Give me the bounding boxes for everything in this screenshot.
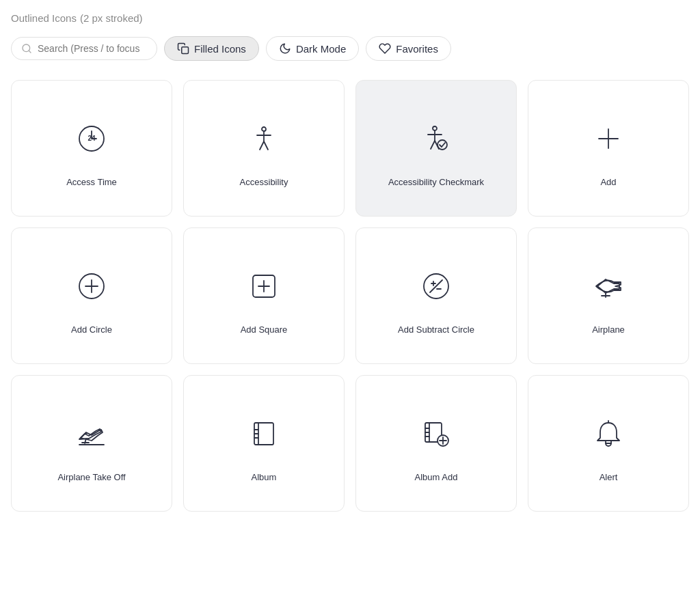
add-square-icon bbox=[242, 264, 286, 308]
alert-icon bbox=[587, 412, 630, 456]
add-subtract-circle-label: Add Subtract Circle bbox=[398, 324, 474, 335]
access-time-label: Access Time bbox=[66, 177, 117, 187]
airplane-take-off-icon bbox=[70, 412, 113, 456]
search-input[interactable] bbox=[38, 43, 147, 54]
add-icon bbox=[587, 117, 630, 161]
icon-card-album-add[interactable]: Album Add bbox=[355, 375, 517, 512]
icon-card-alert[interactable]: Alert bbox=[528, 375, 689, 512]
album-add-label: Album Add bbox=[415, 472, 458, 482]
moon-icon bbox=[279, 42, 291, 55]
access-time-icon: 24 bbox=[70, 117, 113, 161]
icon-card-add-square[interactable]: Add Square bbox=[183, 227, 345, 364]
add-circle-icon bbox=[70, 264, 113, 308]
filled-icons-label: Filled Icons bbox=[194, 43, 246, 55]
icon-card-add[interactable]: Add bbox=[528, 80, 689, 217]
icon-card-accessibility[interactable]: Accessibility bbox=[183, 80, 345, 217]
icon-card-add-subtract-circle[interactable]: Add Subtract Circle bbox=[355, 227, 517, 364]
accessibility-icon bbox=[242, 117, 286, 161]
airplane-take-off-label: Airplane Take Off bbox=[57, 472, 125, 482]
svg-point-15 bbox=[438, 140, 447, 150]
icon-card-airplane-take-off[interactable]: Airplane Take Off bbox=[11, 375, 172, 512]
alert-label: Alert bbox=[600, 472, 618, 482]
add-square-label: Add Square bbox=[241, 324, 288, 335]
airplane-label: Airplane bbox=[592, 324, 625, 335]
icon-card-add-circle[interactable]: Add Circle bbox=[11, 227, 172, 364]
svg-line-13 bbox=[431, 141, 435, 149]
svg-line-25 bbox=[430, 280, 442, 292]
icon-card-accessibility-checkmark[interactable]: Accessibility Checkmark bbox=[355, 80, 517, 217]
accessibility-label: Accessibility bbox=[240, 177, 288, 187]
svg-text:24: 24 bbox=[88, 135, 96, 142]
airplane-icon bbox=[587, 264, 630, 308]
favorites-label: Favorites bbox=[396, 43, 438, 55]
svg-line-8 bbox=[260, 141, 264, 150]
toolbar: Filled Icons Dark Mode Favorites bbox=[11, 36, 689, 61]
icon-card-album[interactable]: Album bbox=[183, 375, 345, 512]
svg-rect-2 bbox=[182, 47, 189, 54]
search-box[interactable] bbox=[11, 37, 157, 60]
icon-grid: 24 Access Time Accessibility bbox=[11, 80, 689, 512]
svg-line-9 bbox=[264, 141, 268, 150]
heart-icon bbox=[379, 42, 391, 55]
accessibility-checkmark-icon bbox=[414, 117, 458, 161]
icon-card-airplane[interactable]: Airplane bbox=[528, 227, 689, 364]
favorites-button[interactable]: Favorites bbox=[366, 36, 451, 61]
svg-line-1 bbox=[29, 51, 31, 53]
filled-icons-button[interactable]: Filled Icons bbox=[164, 36, 259, 61]
add-label: Add bbox=[600, 177, 616, 187]
accessibility-checkmark-label: Accessibility Checkmark bbox=[388, 177, 484, 187]
dark-mode-label: Dark Mode bbox=[296, 43, 346, 55]
page-title: Outlined Icons (2 px stroked) bbox=[11, 11, 689, 25]
icon-card-access-time[interactable]: 24 Access Time bbox=[11, 80, 172, 217]
copy-icon bbox=[177, 42, 189, 55]
dark-mode-button[interactable]: Dark Mode bbox=[266, 36, 359, 61]
album-add-icon bbox=[414, 412, 458, 456]
add-circle-label: Add Circle bbox=[71, 324, 112, 335]
add-subtract-circle-icon bbox=[414, 264, 458, 308]
album-icon bbox=[242, 412, 286, 456]
search-icon bbox=[21, 43, 32, 54]
album-label: Album bbox=[252, 472, 277, 482]
